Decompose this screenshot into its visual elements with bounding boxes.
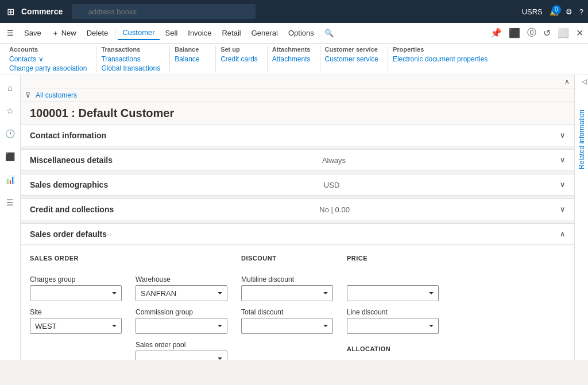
- submenu-title-balance: Balance: [175, 46, 206, 53]
- settings-icon[interactable]: ⚙: [566, 7, 572, 16]
- total-discount-select[interactable]: [241, 318, 333, 334]
- chevron-sales-order: ∧: [560, 230, 565, 238]
- submenu-title-customer-service: Customer service: [325, 46, 378, 53]
- submenu-credit-cards[interactable]: Credit cards: [220, 55, 258, 63]
- tab-invoice[interactable]: Invoice: [183, 26, 216, 40]
- right-panel: ◁ Related information: [574, 75, 588, 360]
- submenu-attachments[interactable]: Attachments: [272, 55, 311, 63]
- sales-order-section-title: SALES ORDER: [30, 255, 122, 262]
- ribbon-right-icons: 📌 ⬛ ⓪ ↺ ⬜ ✕: [488, 25, 586, 41]
- form-col-sales-order: SALES ORDER Charges group Site WEST: [30, 255, 122, 360]
- commission-group-select[interactable]: [136, 318, 227, 334]
- submenu-bar: Accounts Contacts ∨ Change party associa…: [0, 44, 588, 75]
- right-panel-collapse-button[interactable]: ◁: [582, 77, 587, 85]
- tab-sell[interactable]: Sell: [161, 26, 183, 40]
- submenu-global-transactions[interactable]: Global transactions: [101, 64, 160, 72]
- form-group-price: [347, 275, 439, 301]
- right-panel-label[interactable]: Related information: [578, 110, 586, 169]
- submenu-balance[interactable]: Balance: [175, 55, 206, 63]
- price-select[interactable]: [347, 285, 439, 301]
- submenu-group-customer-service: Customer service Customer service: [320, 46, 388, 72]
- page-content[interactable]: 100001 : Default Customer Contact inform…: [21, 102, 574, 360]
- sidebar-icon-favorites[interactable]: ☆: [2, 103, 18, 119]
- search-input[interactable]: [72, 4, 256, 19]
- submenu-transactions[interactable]: Transactions: [101, 55, 160, 63]
- form-group-total-discount: Total discount: [241, 308, 333, 334]
- cloud-icon[interactable]: ⓪: [525, 25, 539, 41]
- submenu-group-setup: Set up Credit cards: [216, 46, 268, 72]
- form-group-charges: Charges group: [30, 275, 122, 301]
- form-group-commission: Commission group: [136, 308, 227, 334]
- accordion-title-misc: Miscellaneous details: [30, 155, 113, 165]
- misc-badge: Always: [322, 156, 346, 165]
- submenu-title-attachments: Attachments: [272, 46, 311, 53]
- new-button[interactable]: ＋ New: [47, 26, 81, 41]
- help-icon[interactable]: ?: [579, 7, 583, 16]
- sales-order-pool-select[interactable]: [136, 351, 227, 360]
- ribbon-search-button[interactable]: 🔍: [320, 26, 338, 40]
- submenu-group-properties: Properties Electronic document propertie…: [388, 46, 497, 72]
- sidebar-icon-home[interactable]: ⌂: [2, 80, 18, 96]
- content-area: ∧ ⊽ All customers 100001 : Default Custo…: [21, 75, 574, 360]
- commission-group-label: Commission group: [136, 308, 227, 316]
- bell-wrap: 🔔 0: [550, 7, 559, 16]
- multiline-discount-label: Multiline discount: [241, 275, 333, 283]
- refresh-icon[interactable]: ↺: [541, 25, 553, 41]
- tab-options[interactable]: Options: [284, 26, 319, 40]
- site-label: Site: [30, 308, 122, 316]
- warehouse-select[interactable]: SANFRAN: [136, 285, 227, 301]
- accordion-sales-order: Sales order defaults -- ∧ SALES ORDER Ch…: [21, 223, 574, 360]
- submenu-change-party[interactable]: Change party association: [9, 64, 87, 72]
- accordion-header-contact[interactable]: Contact information ∨: [21, 125, 574, 146]
- breadcrumb[interactable]: All customers: [36, 91, 77, 99]
- submenu-customer-service[interactable]: Customer service: [325, 55, 378, 63]
- accordion-header-credit[interactable]: Credit and collections No | 0.00 ∨: [21, 199, 574, 220]
- form-col-price: Price Line discount: [347, 255, 439, 360]
- submenu-group-balance: Balance Balance: [170, 46, 216, 72]
- filter-bar: ⊽ All customers: [21, 88, 574, 102]
- grid-icon[interactable]: ⊞: [5, 4, 17, 20]
- sidebar-icon-menu[interactable]: ☰: [2, 195, 18, 211]
- price-section-title: Price: [347, 255, 439, 262]
- chevron-contact: ∨: [560, 131, 565, 139]
- sidebar-icon-modules[interactable]: 📊: [2, 172, 18, 188]
- credit-badge: No | 0.00: [319, 205, 350, 214]
- accordion-credit: Credit and collections No | 0.00 ∨: [21, 199, 574, 220]
- accordion-header-sales-order[interactable]: Sales order defaults -- ∧: [21, 223, 574, 245]
- line-discount-select[interactable]: [347, 318, 439, 334]
- form-col-warehouse: Warehouse SANFRAN Commission group: [136, 255, 227, 360]
- submenu-group-attachments: Attachments Attachments: [268, 46, 320, 72]
- filter-icon[interactable]: ⊽: [25, 91, 31, 99]
- left-sidebar: ⌂ ☆ 🕐 ⬛ 📊 ☰: [0, 75, 21, 360]
- sales-order-dashes: --: [107, 230, 112, 239]
- tab-customer[interactable]: Customer: [118, 26, 159, 40]
- chevron-misc: ∨: [560, 156, 565, 164]
- restore-icon[interactable]: ⬜: [555, 25, 571, 41]
- form-group-sales-order-pool: Sales order pool: [136, 341, 227, 360]
- accordion-header-misc[interactable]: Miscellaneous details Always ∨: [21, 149, 574, 171]
- multiline-discount-select[interactable]: [241, 285, 333, 301]
- total-discount-label: Total discount: [241, 308, 333, 316]
- delete-button[interactable]: Delete: [82, 26, 113, 40]
- save-button[interactable]: Save: [20, 26, 46, 40]
- submenu-contacts[interactable]: Contacts ∨: [9, 55, 87, 63]
- sidebar-icon-recent[interactable]: 🕐: [2, 126, 18, 142]
- pin-icon[interactable]: 📌: [488, 25, 504, 41]
- submenu-electronic-doc[interactable]: Electronic document properties: [393, 55, 488, 63]
- office-icon[interactable]: ⬛: [506, 25, 523, 41]
- collapse-row: ∧: [21, 75, 574, 88]
- accordion-header-sales-demo[interactable]: Sales demographics USD ∨: [21, 174, 574, 196]
- sidebar-icon-workspaces[interactable]: ⬛: [2, 149, 18, 165]
- collapse-button[interactable]: ∧: [562, 76, 572, 87]
- charges-group-select[interactable]: [30, 285, 122, 301]
- accordion-title-contact: Contact information: [30, 131, 106, 140]
- tab-retail[interactable]: Retail: [217, 26, 245, 40]
- submenu-group-accounts: Accounts Contacts ∨ Change party associa…: [5, 46, 96, 72]
- accordion-misc: Miscellaneous details Always ∨: [21, 149, 574, 171]
- tab-general[interactable]: General: [247, 26, 283, 40]
- site-select[interactable]: WEST: [30, 318, 122, 334]
- close-icon[interactable]: ✕: [574, 25, 586, 41]
- accordion-sales-demo: Sales demographics USD ∨: [21, 174, 574, 196]
- hamburger-button[interactable]: ☰: [2, 26, 18, 40]
- form-group-warehouse: Warehouse SANFRAN: [136, 275, 227, 301]
